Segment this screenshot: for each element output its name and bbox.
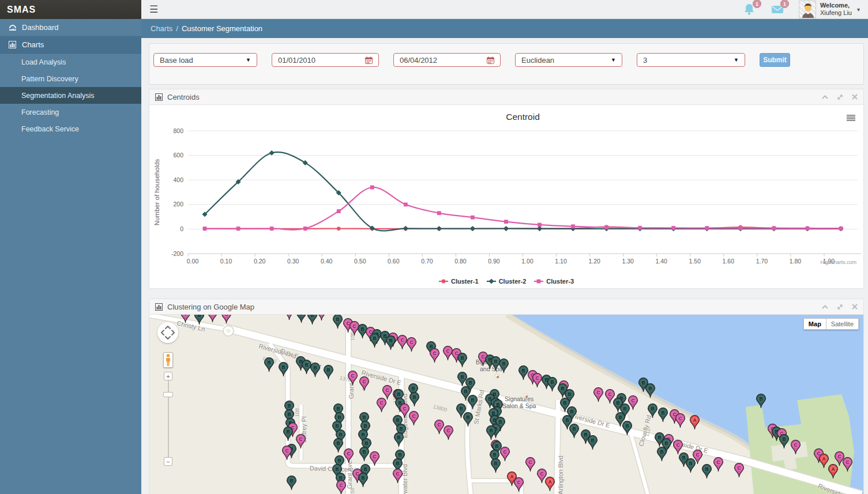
map-pin-cluster-B[interactable]: B — [194, 315, 205, 325]
map-pin-cluster-B[interactable]: B — [358, 473, 369, 488]
map-pan-control[interactable] — [157, 322, 178, 343]
data-point[interactable] — [772, 227, 776, 231]
map-pin-cluster-C[interactable]: C — [593, 387, 604, 402]
map-pin-cluster-C[interactable]: C — [734, 463, 745, 478]
map-pin-cluster-C[interactable]: C — [347, 371, 358, 386]
map-pin-cluster-B[interactable]: B — [283, 427, 294, 442]
data-point[interactable] — [336, 209, 340, 213]
poi-label[interactable]: SignaturesSalon & Spa — [502, 395, 536, 409]
map-pin-cluster-C[interactable]: C — [443, 425, 454, 440]
sidebar-item-load-analysis[interactable]: Load Analysis — [0, 54, 141, 70]
map-pin-cluster-C[interactable]: C — [376, 398, 387, 413]
poi-dot-icon[interactable] — [494, 374, 499, 379]
map-type-satellite-button[interactable]: Satellite — [826, 318, 859, 330]
map-pin-cluster-B[interactable]: B — [647, 404, 658, 418]
map-pin-cluster-C[interactable]: C — [713, 457, 724, 472]
map-pin-cluster-C[interactable]: C — [675, 413, 686, 428]
sidebar-item-pattern-discovery[interactable]: Pattern Discovery — [0, 70, 141, 87]
user-menu[interactable]: Welcome, Xiufeng Liu ▾ — [799, 1, 860, 18]
map-zoom-in-button[interactable]: + — [164, 372, 172, 380]
data-point[interactable] — [437, 211, 441, 215]
poi-dot-icon[interactable] — [523, 393, 528, 398]
app-logo-area[interactable]: SMAS — [0, 0, 141, 19]
map-pin-cluster-B[interactable]: B — [286, 476, 297, 491]
messages-button[interactable]: 1 — [771, 3, 784, 16]
map-pin-cluster-B[interactable]: B — [756, 394, 766, 409]
map-pin-cluster-B[interactable]: B — [645, 383, 656, 398]
legend-item-Cluster-1[interactable]: Cluster-1 — [439, 278, 479, 285]
legend-item-Cluster-3[interactable]: Cluster-3 — [534, 278, 574, 285]
map-pin-cluster-B[interactable]: B — [457, 353, 468, 368]
close-panel-button[interactable] — [852, 304, 858, 310]
map-pin-cluster-C[interactable]: C — [842, 457, 853, 472]
map-pin-cluster-B[interactable]: B — [310, 363, 321, 378]
notifications-button[interactable]: 1 — [743, 3, 756, 16]
map-pin-cluster-B[interactable]: B — [685, 458, 696, 473]
collapse-panel-button[interactable] — [822, 95, 828, 99]
data-point[interactable] — [202, 227, 206, 231]
map-pin-cluster-B[interactable]: B — [498, 359, 509, 374]
map-zoom-out-button[interactable]: − — [164, 457, 172, 466]
legend-item-Cluster-2[interactable]: Cluster-2 — [487, 278, 527, 285]
data-point[interactable] — [839, 227, 843, 231]
data-point[interactable] — [705, 226, 709, 230]
map-pin-cluster-B[interactable]: B — [486, 425, 497, 440]
map-zoom-handle[interactable] — [163, 392, 173, 397]
data-point[interactable] — [738, 226, 742, 230]
map-pin-cluster-B[interactable]: B — [264, 357, 275, 372]
map-pin-cluster-B[interactable]: B — [656, 447, 667, 462]
map-pin-cluster-B[interactable]: B — [369, 333, 380, 348]
map-pin-cluster-B[interactable]: B — [409, 392, 420, 407]
data-point[interactable] — [269, 227, 273, 231]
date-from-input[interactable]: 01/01/2010 — [272, 53, 379, 67]
map-pin-cluster-B[interactable]: B — [307, 315, 318, 325]
map-pin-cluster-B[interactable]: B — [657, 408, 668, 423]
data-point[interactable] — [236, 227, 240, 231]
street-view-pegman[interactable] — [163, 352, 173, 368]
data-point[interactable] — [536, 226, 542, 231]
data-point[interactable] — [303, 227, 307, 231]
map-pin-cluster-C[interactable]: C — [513, 477, 524, 492]
google-map[interactable]: Christy LnRiverside Dr ERiverside Dr ERi… — [149, 315, 863, 494]
series-Cluster-3[interactable] — [202, 186, 843, 231]
submit-button[interactable]: Submit — [760, 53, 790, 67]
data-point[interactable] — [638, 226, 642, 230]
date-to-input[interactable]: 06/04/2012 — [393, 53, 501, 67]
map-pin-cluster-C[interactable]: C — [790, 440, 801, 455]
clusters-select[interactable]: 3 ▼ — [637, 53, 745, 67]
map-pin-cluster-B[interactable]: B — [385, 335, 396, 350]
map-pin-cluster-C[interactable]: C — [221, 315, 232, 324]
collapse-panel-button[interactable] — [822, 305, 828, 309]
data-point[interactable] — [403, 202, 407, 206]
data-point[interactable] — [370, 186, 374, 190]
distance-select[interactable]: Euclidean ▼ — [515, 53, 622, 67]
map-pin-cluster-C[interactable]: C — [336, 480, 347, 494]
map-pin-cluster-C[interactable]: C — [180, 315, 191, 323]
data-point[interactable] — [538, 223, 542, 227]
map-pin-cluster-B[interactable]: B — [779, 434, 790, 449]
sidebar-item-forecasting[interactable]: Forecasting — [0, 104, 141, 120]
expand-panel-button[interactable] — [837, 304, 843, 310]
map-pin-cluster-C[interactable]: C — [406, 337, 417, 352]
map-pin-cluster-B[interactable]: B — [332, 315, 343, 329]
chart-context-menu-button[interactable] — [847, 113, 855, 123]
map-pin-cluster-B[interactable]: B — [278, 362, 289, 377]
data-point[interactable] — [805, 227, 809, 231]
data-point[interactable] — [403, 226, 408, 231]
data-point[interactable] — [471, 216, 475, 220]
map-pin-cluster-A[interactable]: A — [828, 464, 839, 479]
data-point[interactable] — [469, 226, 475, 231]
map-pin-cluster-B[interactable]: B — [359, 447, 370, 462]
menu-toggle-icon[interactable]: ☰ — [149, 5, 158, 14]
sidebar-item-charts[interactable]: Charts — [0, 36, 141, 54]
map-pin-cluster-C[interactable]: C — [525, 457, 536, 472]
close-panel-button[interactable] — [852, 94, 858, 100]
map-pin-cluster-C[interactable]: C — [392, 469, 403, 484]
map-pin-cluster-C[interactable]: C — [207, 315, 218, 323]
data-point[interactable] — [269, 150, 274, 156]
data-point[interactable] — [571, 224, 575, 228]
map-pin-cluster-C[interactable]: C — [359, 376, 370, 391]
data-point[interactable] — [436, 226, 441, 231]
map-pin-cluster-B[interactable]: B — [463, 412, 474, 427]
map-pin-cluster-B[interactable]: B — [569, 424, 580, 439]
